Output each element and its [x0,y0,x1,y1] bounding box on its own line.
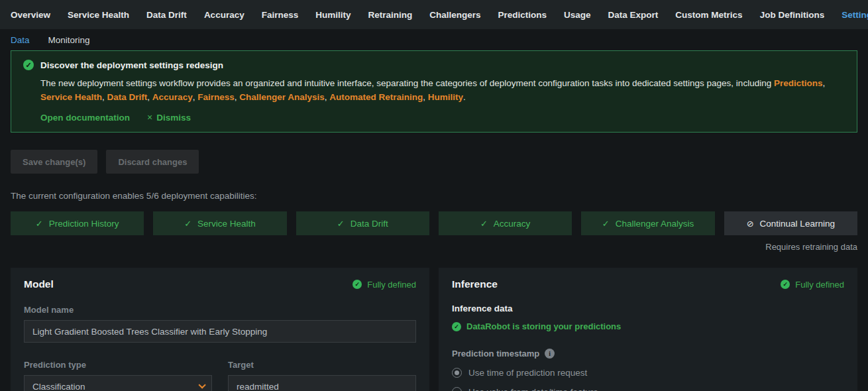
banner-title: Discover the deployment settings redesig… [40,60,223,70]
banner-body-text: The new deployment settings workflow pro… [40,78,771,88]
save-changes-button[interactable]: Save change(s) [11,150,97,174]
check-icon: ✓ [602,219,610,229]
tab-data-export[interactable]: Data Export [608,10,659,20]
capability-chip-continual-learning: ⊘Continual Learning [724,211,857,235]
check-circle-icon: ✓ [353,280,362,289]
capability-chip-prediction-history: ✓Prediction History [11,211,144,235]
inference-card-title: Inference [452,278,498,290]
radio-unselected-icon[interactable] [452,387,462,391]
capability-chip-label: Continual Learning [760,219,835,229]
capability-chip-label: Challenger Analysis [616,219,694,229]
radio-option-datetime-feature-label: Use value from date/time feature [468,387,598,391]
prediction-type-select[interactable]: Classification [24,375,212,391]
check-icon: ✓ [184,219,191,229]
top-nav: OverviewService HealthData DriftAccuracy… [0,0,868,29]
action-buttons: Save change(s) Discard changes [11,150,857,174]
subnav-tab-monitoring[interactable]: Monitoring [48,35,90,45]
radio-option-datetime-feature[interactable]: Use value from date/time feature [452,387,844,391]
settings-cards: Model ✓ Fully defined Model name Light G… [11,268,857,391]
subnav-tab-data[interactable]: Data [11,35,30,45]
radio-option-request-time[interactable]: Use time of prediction request [452,368,844,378]
check-circle-icon: ✓ [23,60,34,70]
inference-data-label: Inference data [452,304,844,313]
model-card-title: Model [24,278,54,290]
banner-link-service-health[interactable]: Service Health [40,92,102,102]
target-input[interactable]: readmitted [228,375,416,391]
banner-actions: Open documentation ×Dismiss [40,112,845,123]
tab-retraining[interactable]: Retraining [368,10,412,20]
sub-nav: DataMonitoring [0,29,868,50]
check-icon: ✓ [337,219,345,229]
radio-selected-icon[interactable] [452,368,462,378]
tab-accuracy[interactable]: Accuracy [204,10,244,20]
tab-predictions[interactable]: Predictions [498,10,547,20]
retraining-note: Requires retraining data [11,242,857,252]
model-name-label: Model name [24,305,416,315]
storing-predictions-status: ✓ DataRobot is storing your predictions [452,321,621,331]
capability-chip-label: Data Drift [351,219,388,229]
chevron-down-icon [198,381,205,388]
open-documentation-link[interactable]: Open documentation [40,113,130,123]
check-circle-icon: ✓ [452,322,461,331]
model-status-badge: ✓ Fully defined [353,280,416,290]
storing-predictions-label: DataRobot is storing your predictions [466,321,621,331]
dismiss-label: Dismiss [156,113,191,123]
banner-link-humility[interactable]: Humility [428,92,463,102]
close-icon: × [147,112,152,123]
redesign-banner: ✓ Discover the deployment settings redes… [11,50,857,133]
dismiss-link[interactable]: ×Dismiss [147,112,191,123]
capability-chip-service-health: ✓Service Health [153,211,286,235]
capability-chip-data-drift: ✓Data Drift [296,211,429,235]
tab-service-health[interactable]: Service Health [68,10,129,20]
model-name-input[interactable]: Light Gradient Boosted Trees Classifier … [24,320,416,343]
banner-link-automated-retraining[interactable]: Automated Retraining [329,92,423,102]
tab-job-definitions[interactable]: Job Definitions [760,10,825,20]
info-icon[interactable]: i [545,349,555,359]
check-icon: ✓ [480,219,488,229]
tab-settings[interactable]: Settings [841,10,868,20]
capability-chip-accuracy: ✓Accuracy [439,211,572,235]
model-status-label: Fully defined [367,280,416,290]
tab-challengers[interactable]: Challengers [429,10,480,20]
capability-chip-label: Prediction History [49,219,119,229]
radio-option-request-time-label: Use time of prediction request [468,368,587,378]
capability-chip-challenger-analysis: ✓Challenger Analysis [581,211,714,235]
banner-link-data-drift[interactable]: Data Drift [107,92,148,102]
banner-link-fairness[interactable]: Fairness [197,92,235,102]
prediction-type-label: Prediction type [24,360,212,370]
inference-card: Inference ✓ Fully defined Inference data… [439,268,857,391]
capability-chip-label: Service Health [197,219,256,229]
discard-changes-button[interactable]: Discard changes [106,150,199,174]
prediction-type-value: Classification [32,382,85,391]
check-circle-icon: ✓ [781,280,790,289]
tab-usage[interactable]: Usage [564,10,591,20]
banner-link-predictions[interactable]: Predictions [774,78,823,88]
tab-overview[interactable]: Overview [11,10,50,20]
capability-chips: ✓Prediction History✓Service Health✓Data … [11,211,857,235]
prediction-timestamp-label: Prediction timestamp [452,349,539,359]
model-card: Model ✓ Fully defined Model name Light G… [11,268,429,391]
banner-body: The new deployment settings workflow pro… [40,76,842,104]
banner-link-accuracy[interactable]: Accuracy [152,92,193,102]
check-icon: ✓ [36,219,43,229]
inference-status-label: Fully defined [795,280,844,290]
tab-fairness[interactable]: Fairness [262,10,299,20]
tab-custom-metrics[interactable]: Custom Metrics [675,10,742,20]
no-entry-icon: ⊘ [747,219,754,229]
tab-humility[interactable]: Humility [315,10,351,20]
capabilities-intro: The current configuration enables 5/6 de… [11,191,857,201]
inference-status-badge: ✓ Fully defined [781,280,844,290]
tab-data-drift[interactable]: Data Drift [146,10,187,20]
capability-chip-label: Accuracy [494,219,531,229]
target-label: Target [228,360,416,370]
banner-link-challenger-analysis[interactable]: Challenger Analysis [239,92,325,102]
